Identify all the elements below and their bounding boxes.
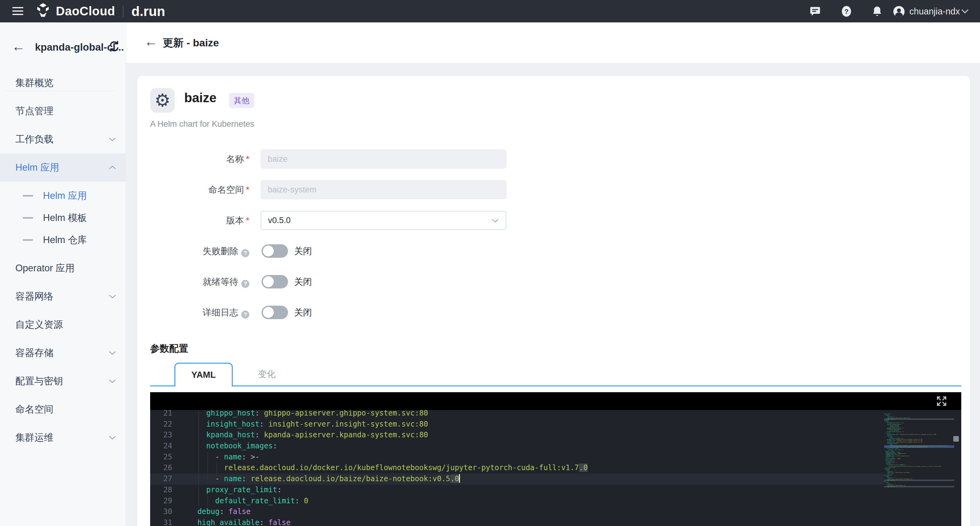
code-line-24[interactable]: 24 notebook_images: xyxy=(150,441,961,452)
name-label: 名称* xyxy=(148,149,249,168)
sidebar-subitem-label: Helm 模板 xyxy=(43,211,87,224)
update-form-card: ⚙ baize 其他 A Helm chart for Kubernetes 名… xyxy=(137,76,970,526)
namespace-input[interactable] xyxy=(261,180,506,199)
sidebar-item-集群概览[interactable]: 集群概览 xyxy=(0,69,126,97)
sidebar-item-label: 容器网络 xyxy=(15,290,53,303)
sidebar-item-label: Helm 应用 xyxy=(15,161,59,174)
sidebar-subitem-Helm 仓库[interactable]: Helm 仓库 xyxy=(0,229,126,251)
help-icon[interactable]: ? xyxy=(841,6,852,17)
line-content: - name: >- xyxy=(189,452,259,463)
page-header: ← 更新 - baize xyxy=(126,22,980,63)
line-content: release.daocloud.io/docker.io/kubeflowno… xyxy=(189,462,588,474)
sidebar-item-label: 工作负载 xyxy=(15,133,53,146)
sidebar-item-label: Operator 应用 xyxy=(15,262,75,275)
chat-icon[interactable] xyxy=(809,6,821,17)
code-line-30[interactable]: 30 debug: false xyxy=(150,506,961,517)
chevron-up-icon xyxy=(108,164,117,171)
user-chevron-down-icon[interactable] xyxy=(960,8,972,20)
sidebar-item-命名空间[interactable]: 命名空间 xyxy=(0,395,126,424)
code-area[interactable]: 21 ghippo_host: ghippo-apiserver.ghippo-… xyxy=(150,410,961,526)
params-section-title: 参数配置 xyxy=(150,342,188,355)
sidebar-item-label: 自定义资源 xyxy=(15,318,63,331)
code-line-28[interactable]: 28 proxy_rate_limit: xyxy=(150,485,961,496)
required-mark: * xyxy=(246,154,249,164)
sidebar-item-label: 配置与密钥 xyxy=(15,375,63,388)
editor-scrollbar-thumb[interactable] xyxy=(953,436,959,442)
name-input[interactable] xyxy=(261,149,506,168)
code-line-31[interactable]: 31 high_available: false xyxy=(150,517,961,526)
bell-icon[interactable] xyxy=(871,6,883,17)
editor-minimap[interactable]: apiserver: image: registry: "" repositor… xyxy=(884,413,954,526)
required-mark: * xyxy=(246,185,249,195)
verbose-log-state: 关闭 xyxy=(294,306,312,319)
version-label: 版本* xyxy=(148,211,249,230)
line-content: kpanda_host: kpanda-apiserver.kpanda-sys… xyxy=(189,430,428,441)
line-content: default_rate_limit: 0 xyxy=(189,496,308,507)
line-number: 22 xyxy=(150,419,172,430)
line-content: debug: false xyxy=(189,506,251,517)
sidebar-item-label: 集群概览 xyxy=(15,76,53,89)
switch-cluster-icon[interactable] xyxy=(108,40,120,52)
fail-delete-toggle[interactable] xyxy=(262,244,288,258)
tab-changes[interactable]: 变化 xyxy=(241,363,293,385)
help-icon[interactable]: ? xyxy=(241,280,249,288)
sidebar-item-容器网络[interactable]: 容器网络 xyxy=(0,282,126,311)
sidebar-item-配置与密钥[interactable]: 配置与密钥 xyxy=(0,367,126,395)
code-line-26[interactable]: 26 release.daocloud.io/docker.io/kubeflo… xyxy=(150,462,961,474)
line-number: 25 xyxy=(150,452,172,463)
app-name: baize xyxy=(184,91,216,105)
code-line-27[interactable]: 27 - name: release.daocloud.io/baize/bai… xyxy=(150,474,884,485)
fail-delete-label: 失败删除? xyxy=(148,244,249,258)
code-line-21[interactable]: 21 ghippo_host: ghippo-apiserver.ghippo-… xyxy=(150,410,961,419)
sidebar-item-label: 节点管理 xyxy=(15,105,53,118)
line-number: 29 xyxy=(150,496,172,507)
chevron-down-icon xyxy=(108,293,117,300)
sidebar-subitem-Helm 模板[interactable]: Helm 模板 xyxy=(0,207,126,229)
code-line-29[interactable]: 29 default_rate_limit: 0 xyxy=(150,496,961,507)
subitem-dash-icon xyxy=(23,239,33,241)
ready-wait-toggle[interactable] xyxy=(262,275,288,288)
tab-yaml[interactable]: YAML xyxy=(174,363,233,386)
subitem-dash-icon xyxy=(23,195,33,197)
sidebar-item-Helm 应用[interactable]: Helm 应用 xyxy=(0,153,126,182)
sidebar-item-自定义资源[interactable]: 自定义资源 xyxy=(0,311,126,339)
fullscreen-icon[interactable] xyxy=(936,396,947,407)
sidebar-item-label: 集群运维 xyxy=(15,431,53,444)
sidebar-item-容器存储[interactable]: 容器存储 xyxy=(0,339,126,367)
help-icon[interactable]: ? xyxy=(241,249,249,257)
hamburger-menu-icon[interactable] xyxy=(12,6,23,16)
ready-wait-state: 关闭 xyxy=(294,275,312,288)
line-number: 23 xyxy=(150,430,172,441)
topbar-divider xyxy=(123,6,123,17)
fail-delete-state: 关闭 xyxy=(294,244,312,258)
chevron-down-icon xyxy=(108,136,117,142)
avatar-icon[interactable] xyxy=(893,6,904,17)
line-number: 26 xyxy=(150,462,172,474)
sidebar-subitem-label: Helm 应用 xyxy=(43,189,87,202)
code-line-23[interactable]: 23 kpanda_host: kpanda-apiserver.kpanda-… xyxy=(150,430,961,441)
sidebar-subitem-Helm 应用[interactable]: Helm 应用 xyxy=(0,185,126,207)
version-select[interactable]: v0.5.0 xyxy=(261,211,506,230)
code-line-22[interactable]: 22 insight_host: insight-server.insight-… xyxy=(150,419,961,430)
line-number: 21 xyxy=(150,410,172,419)
brand-daocloud: DaoCloud xyxy=(56,4,115,18)
line-content: insight_host: insight-server.insight-sys… xyxy=(189,419,428,430)
help-icon[interactable]: ? xyxy=(241,311,249,319)
line-number: 24 xyxy=(150,441,172,452)
verbose-log-toggle[interactable] xyxy=(262,306,288,319)
sidebar-back-arrow-icon[interactable]: ← xyxy=(12,40,25,53)
sidebar-item-Operator 应用[interactable]: Operator 应用 xyxy=(0,254,126,282)
chevron-down-icon xyxy=(108,350,117,356)
page-title: 更新 - baize xyxy=(163,36,219,50)
yaml-editor[interactable]: 21 ghippo_host: ghippo-apiserver.ghippo-… xyxy=(150,392,961,526)
username-label[interactable]: chuanjia-ndx xyxy=(909,6,960,17)
code-line-25[interactable]: 25 - name: >- xyxy=(150,452,961,463)
page-back-arrow-icon[interactable]: ← xyxy=(144,34,158,49)
line-number: 28 xyxy=(150,485,172,496)
sidebar-item-工作负载[interactable]: 工作负载 xyxy=(0,125,126,153)
chevron-down-icon xyxy=(108,378,117,384)
sidebar-item-集群运维[interactable]: 集群运维 xyxy=(0,424,126,452)
sidebar-subitem-label: Helm 仓库 xyxy=(43,234,87,246)
sidebar-item-节点管理[interactable]: 节点管理 xyxy=(0,97,126,125)
line-content: high_available: false xyxy=(189,517,290,526)
